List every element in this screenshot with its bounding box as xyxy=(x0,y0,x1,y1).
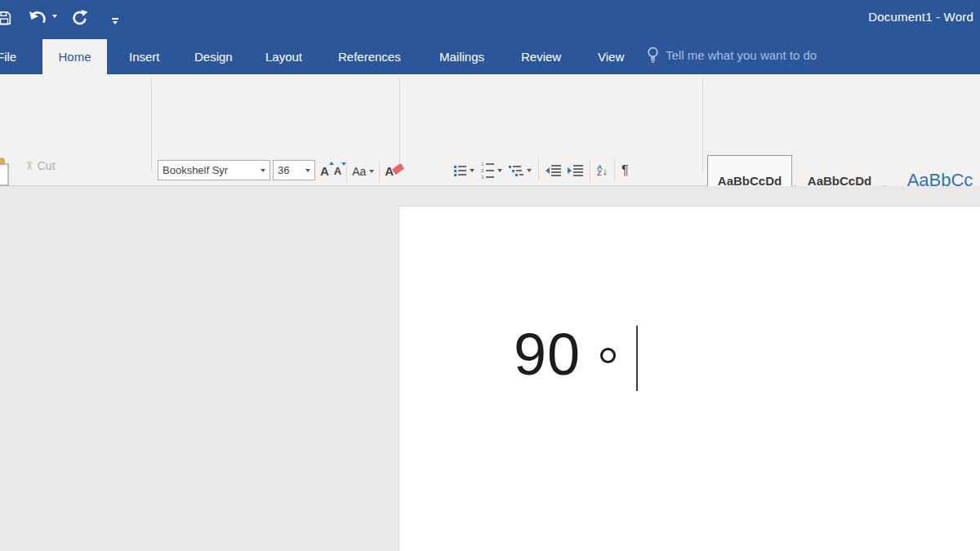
group-separator xyxy=(399,79,400,172)
bullets-button[interactable] xyxy=(454,166,474,176)
document-number: 90 xyxy=(514,321,581,388)
save-icon xyxy=(0,11,11,25)
tab-design[interactable]: Design xyxy=(183,39,244,74)
change-case-caret-icon xyxy=(369,170,374,173)
undo-button[interactable] xyxy=(26,7,51,29)
num-2: 2 xyxy=(481,168,484,173)
style-preview: AaBbCcDd xyxy=(718,174,782,188)
font-size-value: 36 xyxy=(278,164,289,176)
document-area: 90 xyxy=(0,186,980,551)
save-button[interactable] xyxy=(0,7,15,29)
tab-review[interactable]: Review xyxy=(510,39,572,74)
word-window: Document1 - Word File Home Insert Design… xyxy=(0,0,980,551)
cut-label: Cut xyxy=(38,159,56,172)
document-page[interactable]: 90 xyxy=(399,206,980,551)
scissors-icon: ✂ xyxy=(23,161,36,171)
tab-file[interactable]: File xyxy=(0,39,28,74)
document-title: Document1 - Word xyxy=(868,10,973,24)
separator xyxy=(538,160,539,181)
numbering-icon: 1 2 3 xyxy=(481,162,494,180)
grow-font-label: A xyxy=(320,164,329,178)
multilevel-icon xyxy=(509,166,523,176)
tell-me-box[interactable]: Tell me what you want to do xyxy=(647,47,817,64)
font-row-1: A A Aa A xyxy=(320,160,394,182)
font-size-select[interactable]: 36 xyxy=(273,160,315,180)
change-case-label: Aa xyxy=(352,165,366,178)
group-separator xyxy=(702,79,703,172)
tab-layout[interactable]: Layout xyxy=(254,39,314,74)
numbering-caret-icon xyxy=(497,169,502,172)
tab-mailings[interactable]: Mailings xyxy=(428,39,496,74)
group-separator xyxy=(151,79,152,172)
separator xyxy=(590,160,590,181)
paragraph-row-1: 1 2 3 xyxy=(454,159,629,182)
multilevel-caret-icon xyxy=(527,169,532,172)
num-1: 1 xyxy=(481,162,484,167)
tab-references[interactable]: References xyxy=(327,39,412,74)
customize-qat-button[interactable] xyxy=(109,10,121,33)
num-3: 3 xyxy=(481,175,484,180)
decrease-indent-button[interactable] xyxy=(546,165,561,176)
style-preview: AaBbCcDd xyxy=(808,174,871,188)
redo-button[interactable] xyxy=(69,7,91,29)
increase-indent-icon xyxy=(568,165,583,176)
tab-insert[interactable]: Insert xyxy=(118,39,172,74)
cut-button[interactable]: ✂ Cut xyxy=(24,159,56,172)
font-name-value: Bookshelf Syr xyxy=(163,164,228,176)
bullets-caret-icon xyxy=(470,169,474,172)
text-cursor xyxy=(636,326,638,391)
change-case-button[interactable]: Aa xyxy=(352,165,374,178)
undo-dropdown[interactable] xyxy=(52,15,57,18)
redo-icon xyxy=(71,9,89,27)
font-name-caret-icon xyxy=(261,169,265,172)
undo-icon xyxy=(28,10,49,26)
title-bar: Document1 - Word xyxy=(0,0,980,37)
bullets-icon xyxy=(454,166,466,176)
sort-icon: A Z ↓ xyxy=(597,165,608,177)
paste-icon xyxy=(0,156,9,187)
ribbon: Paste ✂ Cut Copy Format Painter Clipboar… xyxy=(0,74,980,186)
decrease-indent-icon xyxy=(546,165,561,176)
sort-button[interactable]: A Z ↓ xyxy=(597,165,608,177)
numbering-button[interactable]: 1 2 3 xyxy=(481,162,502,180)
document-text: 90 xyxy=(514,321,616,388)
font-name-select[interactable]: Bookshelf Syr xyxy=(158,160,270,180)
qat-caret-icon xyxy=(113,21,118,24)
separator xyxy=(614,160,615,181)
eraser-icon xyxy=(392,163,404,175)
tab-view[interactable]: View xyxy=(586,39,635,74)
separator xyxy=(379,161,380,182)
shrink-font-button[interactable]: A xyxy=(334,165,341,177)
separator xyxy=(346,161,347,182)
clear-formatting-button[interactable]: A xyxy=(385,164,394,178)
grow-font-button[interactable]: A xyxy=(320,164,329,178)
sort-arrow: ↓ xyxy=(603,165,608,177)
degree-symbol xyxy=(600,348,616,363)
font-size-caret-icon xyxy=(305,169,310,172)
qat-bar-icon xyxy=(112,18,118,20)
multilevel-list-button[interactable] xyxy=(509,166,532,176)
tab-home[interactable]: Home xyxy=(42,39,107,74)
shrink-arrow-icon xyxy=(341,162,346,166)
ribbon-tab-row: File Home Insert Design Layout Reference… xyxy=(0,37,980,74)
lightbulb-icon xyxy=(647,47,659,64)
tell-me-label: Tell me what you want to do xyxy=(666,48,817,62)
show-hide-pilcrow-button[interactable]: ¶ xyxy=(621,163,629,178)
shrink-font-label: A xyxy=(334,165,341,177)
increase-indent-button[interactable] xyxy=(568,165,583,176)
